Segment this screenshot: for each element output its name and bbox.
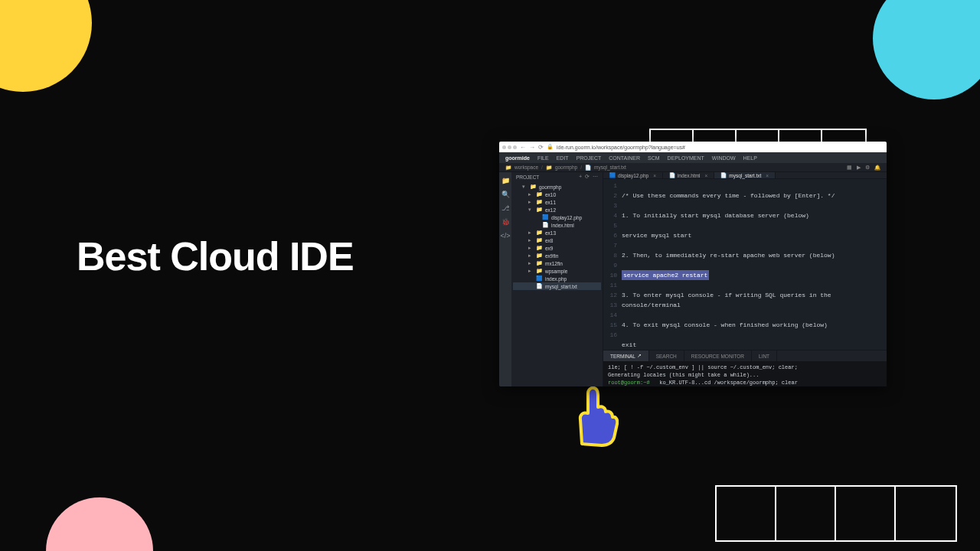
ide-menu-bar: goormide FILE EDIT PROJECT CONTAINER SCM… [499,152,887,163]
decoration-circle-yellow [0,0,92,92]
decoration-grid-bottom [715,485,957,542]
code-editor[interactable]: 12345678910111213141516 /* Use these com… [603,179,887,350]
tree-folder[interactable]: ▾📁ex12 [513,206,601,214]
tree-folder[interactable]: ▸📁ex13 [513,229,601,236]
menu-deployment[interactable]: DEPLOYMENT [668,155,704,161]
browser-reload-icon[interactable]: ⟳ [538,144,544,151]
menu-file[interactable]: FILE [537,155,549,161]
tree-file[interactable]: 📄index.html [513,221,601,229]
external-icon: ↗ [637,353,642,359]
menu-container[interactable]: CONTAINER [609,155,640,161]
menu-scm[interactable]: SCM [648,155,660,161]
activity-debug-icon[interactable]: 🐞 [501,218,510,226]
play-icon[interactable]: ▶ [857,165,861,171]
terminal-tab[interactable]: TERMINAL ↗ [603,350,649,361]
terminal-output[interactable]: ile; [ ! -f ~/.custom_env ] || source ~/… [603,361,887,386]
folder-icon: 📁 [505,165,511,171]
tree-file-selected[interactable]: 📄mysql_start.txt [513,282,601,290]
decoration-circle-pink [46,497,153,551]
tree-folder[interactable]: ▸📁ex10 [513,191,601,198]
panel-title: PROJECT [516,174,539,180]
resource-monitor-tab[interactable]: RESOURCE MONITOR [684,350,752,361]
lock-icon: 🔒 [547,144,554,150]
new-file-icon[interactable]: + [579,174,582,180]
breadcrumb-item[interactable]: goormphp [555,165,577,170]
collapse-icon[interactable]: ⋯ [593,174,598,180]
editor-tab-active[interactable]: 📄mysql_start.txt× [714,172,776,178]
activity-search-icon[interactable]: 🔍 [501,191,510,198]
tree-root[interactable]: ▾📁goormphp [513,183,601,191]
search-tab[interactable]: SEARCH [649,350,684,361]
tree-folder[interactable]: ▸📁ex11 [513,198,601,206]
activity-scm-icon[interactable]: ⎇ [501,204,509,212]
page-title: Best Cloud IDE [77,233,354,279]
file-tree: ▾📁goormphp ▸📁ex10 ▸📁ex11 ▾📁ex12 🟦display… [511,181,603,292]
breadcrumb-item[interactable]: workspace [514,165,538,170]
menu-window[interactable]: WINDOW [712,155,736,161]
tree-folder[interactable]: ▸📁ex8 [513,236,601,244]
browser-url[interactable]: ide-run.goorm.io/workspace/goormphp?lang… [557,145,884,150]
close-icon[interactable]: × [653,173,656,178]
project-panel: PROJECT + ⟳ ⋯ ▾📁goormphp ▸📁ex10 ▸📁ex11 ▾… [511,172,603,386]
ide-logo: goormide [505,155,530,161]
tree-folder[interactable]: ▸📁ex9 [513,244,601,252]
menu-help[interactable]: HELP [743,155,757,161]
terminal-panel: TERMINAL ↗ SEARCH RESOURCE MONITOR LINT … [603,350,887,386]
tree-folder[interactable]: ▸📁wpsample [513,267,601,275]
menu-project[interactable]: PROJECT [577,155,602,161]
file-icon: 📄 [585,165,591,171]
tree-file[interactable]: 🟦index.php [513,275,601,282]
toolbar-icon[interactable]: ▦ [847,165,852,171]
browser-forward-icon[interactable]: → [529,144,535,151]
browser-back-icon[interactable]: ← [520,144,526,151]
close-icon[interactable]: × [705,173,708,178]
folder-icon: 📁 [546,165,552,171]
ide-window: ← → ⟳ 🔒 ide-run.goorm.io/workspace/goorm… [499,142,887,386]
tree-folder[interactable]: ▸📁mx12fin [513,259,601,267]
browser-address-bar: ← → ⟳ 🔒 ide-run.goorm.io/workspace/goorm… [499,142,887,152]
bell-icon[interactable]: 🔔 [874,165,880,171]
editor-tab[interactable]: 📄index.html× [663,172,714,178]
refresh-icon[interactable]: ⟳ [585,174,590,180]
breadcrumb: 📁 workspace / 📁 goormphp / 📄 mysql_start… [499,163,887,172]
window-controls[interactable] [502,145,517,149]
activity-bar: 📁 🔍 ⎇ 🐞 </> [499,172,511,386]
lint-tab[interactable]: LINT [752,350,777,361]
activity-explorer-icon[interactable]: 📁 [501,177,510,184]
editor-tab[interactable]: 🟦display12.php× [603,172,663,178]
editor-area: 🟦display12.php× 📄index.html× 📄mysql_star… [603,172,887,386]
decoration-circle-cyan [873,0,980,99]
tree-file[interactable]: 🟦display12.php [513,214,601,221]
breadcrumb-item[interactable]: mysql_start.txt [594,165,626,170]
close-icon[interactable]: × [766,173,769,178]
pointer-cursor-icon [565,384,619,448]
menu-edit[interactable]: EDIT [557,155,569,161]
activity-code-icon[interactable]: </> [500,232,510,240]
editor-tabs: 🟦display12.php× 📄index.html× 📄mysql_star… [603,172,887,179]
gear-icon[interactable]: ⚙ [865,165,870,171]
tree-folder[interactable]: ▸📁ex9fin [513,252,601,259]
